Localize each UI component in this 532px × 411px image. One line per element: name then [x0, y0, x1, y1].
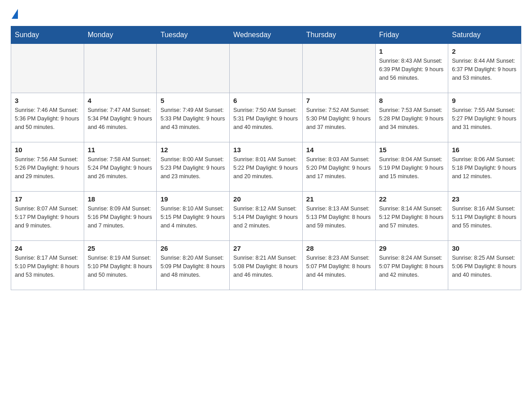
day-number: 24	[15, 244, 80, 252]
calendar-cell: 24Sunrise: 8:17 AM Sunset: 5:10 PM Dayli…	[11, 241, 84, 290]
calendar-cell	[84, 44, 157, 93]
calendar-cell: 29Sunrise: 8:24 AM Sunset: 5:07 PM Dayli…	[375, 241, 448, 290]
day-number: 19	[160, 195, 226, 203]
day-number: 20	[233, 195, 299, 203]
day-info: Sunrise: 8:01 AM Sunset: 5:22 PM Dayligh…	[233, 155, 299, 180]
weekday-header-thursday: Thursday	[302, 26, 375, 44]
calendar-cell: 25Sunrise: 8:19 AM Sunset: 5:10 PM Dayli…	[84, 241, 157, 290]
calendar-cell: 4Sunrise: 7:47 AM Sunset: 5:34 PM Daylig…	[84, 93, 157, 142]
calendar-cell: 19Sunrise: 8:10 AM Sunset: 5:15 PM Dayli…	[157, 192, 230, 241]
day-number: 5	[160, 97, 226, 104]
day-number: 14	[306, 146, 372, 154]
day-info: Sunrise: 8:12 AM Sunset: 5:14 PM Dayligh…	[233, 205, 299, 230]
calendar-cell: 12Sunrise: 8:00 AM Sunset: 5:23 PM Dayli…	[157, 142, 230, 192]
day-number: 25	[88, 244, 153, 252]
day-number: 30	[452, 244, 517, 252]
day-number: 22	[379, 195, 445, 203]
calendar-cell	[11, 44, 84, 93]
day-number: 28	[306, 244, 372, 252]
calendar-cell: 23Sunrise: 8:16 AM Sunset: 5:11 PM Dayli…	[448, 192, 521, 241]
weekday-header-wednesday: Wednesday	[230, 26, 303, 44]
day-info: Sunrise: 7:49 AM Sunset: 5:33 PM Dayligh…	[160, 106, 226, 131]
logo	[11, 11, 18, 19]
calendar-week-row: 1Sunrise: 8:43 AM Sunset: 6:39 PM Daylig…	[11, 44, 521, 93]
calendar-week-row: 24Sunrise: 8:17 AM Sunset: 5:10 PM Dayli…	[11, 241, 521, 290]
calendar-cell: 21Sunrise: 8:13 AM Sunset: 5:13 PM Dayli…	[302, 192, 375, 241]
day-number: 7	[306, 97, 372, 104]
calendar-cell	[230, 44, 303, 93]
day-info: Sunrise: 8:07 AM Sunset: 5:17 PM Dayligh…	[15, 205, 80, 230]
day-info: Sunrise: 8:06 AM Sunset: 5:18 PM Dayligh…	[452, 155, 517, 180]
day-number: 26	[160, 244, 226, 252]
day-number: 12	[160, 146, 226, 154]
calendar-cell: 15Sunrise: 8:04 AM Sunset: 5:19 PM Dayli…	[375, 142, 448, 192]
calendar-cell: 1Sunrise: 8:43 AM Sunset: 6:39 PM Daylig…	[375, 44, 448, 93]
day-info: Sunrise: 7:50 AM Sunset: 5:31 PM Dayligh…	[233, 106, 299, 131]
calendar-cell: 9Sunrise: 7:55 AM Sunset: 5:27 PM Daylig…	[448, 93, 521, 142]
calendar-cell: 14Sunrise: 8:03 AM Sunset: 5:20 PM Dayli…	[302, 142, 375, 192]
day-number: 16	[452, 146, 517, 154]
day-info: Sunrise: 7:56 AM Sunset: 5:26 PM Dayligh…	[15, 155, 80, 180]
calendar-week-row: 10Sunrise: 7:56 AM Sunset: 5:26 PM Dayli…	[11, 142, 521, 192]
day-number: 13	[233, 146, 299, 154]
day-number: 27	[233, 244, 299, 252]
day-number: 2	[452, 47, 517, 55]
day-info: Sunrise: 8:43 AM Sunset: 6:39 PM Dayligh…	[379, 57, 445, 82]
day-info: Sunrise: 7:52 AM Sunset: 5:30 PM Dayligh…	[306, 106, 372, 131]
weekday-header-row: SundayMondayTuesdayWednesdayThursdayFrid…	[11, 26, 521, 44]
day-info: Sunrise: 7:46 AM Sunset: 5:36 PM Dayligh…	[15, 106, 80, 131]
weekday-header-saturday: Saturday	[448, 26, 521, 44]
day-number: 11	[88, 146, 153, 154]
day-number: 10	[15, 146, 80, 154]
calendar-cell: 30Sunrise: 8:25 AM Sunset: 5:06 PM Dayli…	[448, 241, 521, 290]
day-number: 15	[379, 146, 445, 154]
logo-triangle-icon	[12, 9, 18, 19]
calendar-cell: 8Sunrise: 7:53 AM Sunset: 5:28 PM Daylig…	[375, 93, 448, 142]
calendar-cell	[302, 44, 375, 93]
day-number: 6	[233, 97, 299, 104]
weekday-header-sunday: Sunday	[11, 26, 84, 44]
calendar-cell: 7Sunrise: 7:52 AM Sunset: 5:30 PM Daylig…	[302, 93, 375, 142]
day-info: Sunrise: 8:20 AM Sunset: 5:09 PM Dayligh…	[160, 254, 226, 279]
day-info: Sunrise: 8:14 AM Sunset: 5:12 PM Dayligh…	[379, 205, 445, 230]
calendar-week-row: 3Sunrise: 7:46 AM Sunset: 5:36 PM Daylig…	[11, 93, 521, 142]
calendar-cell: 11Sunrise: 7:58 AM Sunset: 5:24 PM Dayli…	[84, 142, 157, 192]
calendar-cell: 18Sunrise: 8:09 AM Sunset: 5:16 PM Dayli…	[84, 192, 157, 241]
calendar-cell: 13Sunrise: 8:01 AM Sunset: 5:22 PM Dayli…	[230, 142, 303, 192]
weekday-header-friday: Friday	[375, 26, 448, 44]
day-number: 18	[88, 195, 153, 203]
calendar-cell: 5Sunrise: 7:49 AM Sunset: 5:33 PM Daylig…	[157, 93, 230, 142]
weekday-header-tuesday: Tuesday	[157, 26, 230, 44]
day-info: Sunrise: 7:47 AM Sunset: 5:34 PM Dayligh…	[88, 106, 153, 131]
day-number: 29	[379, 244, 445, 252]
calendar-cell: 28Sunrise: 8:23 AM Sunset: 5:07 PM Dayli…	[302, 241, 375, 290]
day-number: 17	[15, 195, 80, 203]
day-info: Sunrise: 8:09 AM Sunset: 5:16 PM Dayligh…	[88, 205, 153, 230]
day-number: 23	[452, 195, 517, 203]
calendar-cell: 16Sunrise: 8:06 AM Sunset: 5:18 PM Dayli…	[448, 142, 521, 192]
calendar-cell: 2Sunrise: 8:44 AM Sunset: 6:37 PM Daylig…	[448, 44, 521, 93]
day-info: Sunrise: 8:04 AM Sunset: 5:19 PM Dayligh…	[379, 155, 445, 180]
calendar-cell: 10Sunrise: 7:56 AM Sunset: 5:26 PM Dayli…	[11, 142, 84, 192]
day-number: 4	[88, 97, 153, 104]
day-info: Sunrise: 7:53 AM Sunset: 5:28 PM Dayligh…	[379, 106, 445, 131]
day-info: Sunrise: 8:10 AM Sunset: 5:15 PM Dayligh…	[160, 205, 226, 230]
calendar-week-row: 17Sunrise: 8:07 AM Sunset: 5:17 PM Dayli…	[11, 192, 521, 241]
day-number: 21	[306, 195, 372, 203]
page-header	[11, 11, 521, 19]
day-number: 8	[379, 97, 445, 104]
calendar-cell: 20Sunrise: 8:12 AM Sunset: 5:14 PM Dayli…	[230, 192, 303, 241]
calendar-cell	[157, 44, 230, 93]
day-info: Sunrise: 8:17 AM Sunset: 5:10 PM Dayligh…	[15, 254, 80, 279]
day-info: Sunrise: 8:03 AM Sunset: 5:20 PM Dayligh…	[306, 155, 372, 180]
day-info: Sunrise: 8:16 AM Sunset: 5:11 PM Dayligh…	[452, 205, 517, 230]
calendar-cell: 6Sunrise: 7:50 AM Sunset: 5:31 PM Daylig…	[230, 93, 303, 142]
day-info: Sunrise: 8:13 AM Sunset: 5:13 PM Dayligh…	[306, 205, 372, 230]
day-number: 9	[452, 97, 517, 104]
day-info: Sunrise: 8:19 AM Sunset: 5:10 PM Dayligh…	[88, 254, 153, 279]
day-info: Sunrise: 7:58 AM Sunset: 5:24 PM Dayligh…	[88, 155, 153, 180]
day-info: Sunrise: 8:00 AM Sunset: 5:23 PM Dayligh…	[160, 155, 226, 180]
day-info: Sunrise: 8:23 AM Sunset: 5:07 PM Dayligh…	[306, 254, 372, 279]
calendar-cell: 17Sunrise: 8:07 AM Sunset: 5:17 PM Dayli…	[11, 192, 84, 241]
day-info: Sunrise: 8:21 AM Sunset: 5:08 PM Dayligh…	[233, 254, 299, 279]
